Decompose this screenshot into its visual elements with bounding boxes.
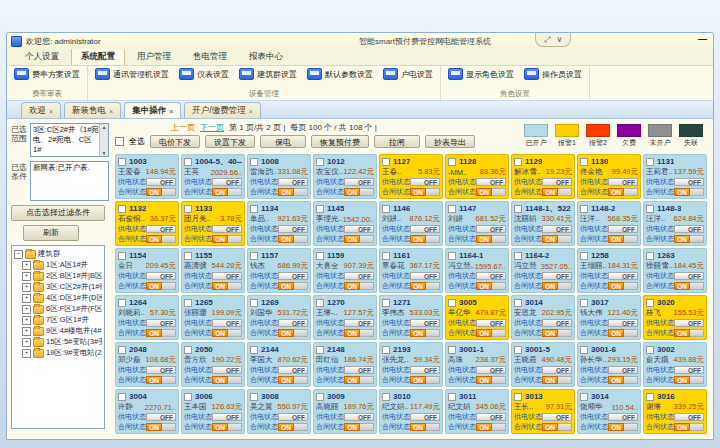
close-toggle[interactable]: ON — [146, 235, 176, 243]
close-toggle[interactable]: ON — [608, 235, 638, 243]
supply-toggle[interactable]: OFF — [278, 319, 308, 327]
close-toggle[interactable]: ON — [476, 188, 506, 196]
toolbar-button-0[interactable]: 电价下发 — [150, 135, 200, 148]
supply-toggle[interactable]: OFF — [212, 178, 242, 186]
supply-toggle[interactable]: OFF — [674, 272, 704, 280]
room-card[interactable]: 2048郑少磊108.68元供电状态OFF合闸状态ON — [115, 342, 179, 387]
room-checkbox[interactable] — [646, 158, 654, 166]
close-toggle[interactable]: ON — [344, 329, 374, 337]
room-card[interactable]: 3016谢琳339.25元供电状态OFF合闸状态ON — [643, 389, 707, 434]
close-toggle[interactable]: ON — [410, 376, 440, 384]
supply-toggle[interactable]: OFF — [146, 319, 176, 327]
room-card[interactable]: 1148-3汪洋..624.84元供电状态OFF合闸状态ON — [643, 201, 707, 246]
tab-3[interactable]: 开户/缴费管理× — [184, 102, 260, 118]
room-checkbox[interactable] — [250, 205, 258, 213]
supply-toggle[interactable]: OFF — [212, 319, 242, 327]
supply-toggle[interactable]: OFF — [344, 225, 374, 233]
next-page-link[interactable]: 下一页 — [200, 122, 224, 133]
close-toggle[interactable]: ON — [344, 235, 374, 243]
ribbon-button[interactable]: 显示角色设置 — [448, 68, 514, 80]
room-checkbox[interactable] — [580, 299, 588, 307]
supply-toggle[interactable]: OFF — [146, 366, 176, 374]
room-card[interactable]: 1154金日209.45元供电状态OFF合闸状态ON — [115, 248, 179, 293]
room-checkbox[interactable] — [448, 205, 456, 213]
supply-toggle[interactable]: OFF — [212, 366, 242, 374]
expand-icon[interactable]: + — [22, 305, 31, 314]
room-card[interactable]: 2144李国大870.62元供电状态OFF合闸状态ON — [247, 342, 311, 387]
collapse-icon[interactable]: − — [14, 250, 23, 259]
supply-toggle[interactable]: OFF — [674, 319, 704, 327]
room-card[interactable]: 1265张丽珊199.09元供电状态OFF合闸状态ON — [181, 295, 245, 340]
tab-0[interactable]: 欢迎× — [21, 102, 61, 118]
room-checkbox[interactable] — [580, 205, 588, 213]
supply-toggle[interactable]: OFF — [212, 272, 242, 280]
filter-button[interactable]: 点击选择过滤条件 — [11, 205, 105, 221]
close-toggle[interactable]: ON — [278, 188, 308, 196]
room-checkbox[interactable] — [514, 252, 522, 260]
close-toggle[interactable]: ON — [344, 282, 374, 290]
ribbon-button[interactable]: 建筑群设置 — [239, 68, 297, 80]
menu-item-4[interactable]: 报表中心 — [239, 48, 293, 65]
supply-toggle[interactable]: OFF — [410, 319, 440, 327]
close-toggle[interactable]: ON — [608, 376, 638, 384]
room-checkbox[interactable] — [514, 299, 522, 307]
room-card[interactable]: 1161覃春花367.17元供电状态OFF合闸状态ON — [379, 248, 443, 293]
room-checkbox[interactable] — [580, 252, 588, 260]
toolbar-button-2[interactable]: 保电 — [260, 135, 306, 148]
expand-icon[interactable]: + — [22, 272, 31, 281]
room-checkbox[interactable] — [514, 393, 522, 401]
close-toggle[interactable]: ON — [278, 329, 308, 337]
condition-box[interactable]: 新网表:已开户表. — [30, 161, 109, 201]
room-checkbox[interactable] — [646, 252, 654, 260]
expand-icon[interactable]: + — [22, 349, 31, 358]
room-checkbox[interactable] — [184, 299, 192, 307]
close-toggle[interactable]: ON — [410, 423, 440, 431]
supply-toggle[interactable]: OFF — [476, 366, 506, 374]
room-checkbox[interactable] — [184, 158, 192, 166]
room-checkbox[interactable] — [118, 252, 126, 260]
supply-toggle[interactable]: OFF — [608, 225, 638, 233]
room-card[interactable]: 1145李理光..1542.00..供电状态OFF合闸状态ON — [313, 201, 377, 246]
close-toggle[interactable]: ON — [542, 282, 572, 290]
room-checkbox[interactable] — [382, 205, 390, 213]
room-checkbox[interactable] — [184, 346, 192, 354]
ribbon-button[interactable]: 费率方案设置 — [14, 68, 80, 80]
room-card[interactable]: 1147刘姘681.52元供电状态OFF合闸状态ON — [445, 201, 509, 246]
supply-toggle[interactable]: OFF — [344, 366, 374, 374]
ribbon-button[interactable]: 通讯管理机设置 — [95, 68, 169, 80]
toolbar-button-3[interactable]: 恢复预付费 — [311, 135, 369, 148]
supply-toggle[interactable]: OFF — [410, 272, 440, 280]
room-card[interactable]: 1003王爱春148.94元供电状态OFF合闸状态ON — [115, 154, 179, 199]
menu-item-3[interactable]: 售电管理 — [183, 48, 237, 65]
menu-item-2[interactable]: 用户管理 — [127, 48, 181, 65]
supply-toggle[interactable]: OFF — [542, 178, 572, 186]
close-toggle[interactable]: ON — [542, 376, 572, 384]
room-checkbox[interactable] — [250, 393, 258, 401]
room-checkbox[interactable] — [448, 346, 456, 354]
close-toggle[interactable]: ON — [212, 188, 242, 196]
tree-item-4[interactable]: +6区:F区1#井(F区1#... — [22, 304, 102, 314]
supply-toggle[interactable]: OFF — [410, 366, 440, 374]
close-toggle[interactable]: ON — [674, 376, 704, 384]
room-checkbox[interactable] — [118, 158, 126, 166]
ribbon-button[interactable]: 默认参数设置 — [307, 68, 373, 80]
room-checkbox[interactable] — [382, 158, 390, 166]
room-checkbox[interactable] — [316, 205, 324, 213]
room-card[interactable]: 1148-1、522沈丽娟330.41元供电状态OFF合闸状态ON — [511, 201, 575, 246]
room-card[interactable]: 1164-1冯立慧..1595.67..供电状态OFF合闸状态ON — [445, 248, 509, 293]
range-scrollbar[interactable]: ▲▼ — [99, 124, 108, 156]
supply-toggle[interactable]: OFF — [278, 366, 308, 374]
close-toggle[interactable]: ON — [212, 376, 242, 384]
close-toggle[interactable]: ON — [278, 423, 308, 431]
room-card[interactable]: 3009高晓丽189.76元供电状态OFF合闸状态ON — [313, 389, 377, 434]
close-toggle[interactable]: ON — [476, 282, 506, 290]
resize-icon[interactable]: ⤢ — [544, 35, 550, 45]
supply-toggle[interactable]: OFF — [278, 272, 308, 280]
close-toggle[interactable]: ON — [344, 423, 374, 431]
close-toggle[interactable]: ON — [542, 329, 572, 337]
supply-toggle[interactable]: OFF — [278, 178, 308, 186]
ribbon-button[interactable]: 户电设置 — [383, 68, 433, 80]
close-toggle[interactable]: ON — [212, 329, 242, 337]
chevron-down-icon[interactable]: ∨ — [556, 35, 562, 44]
close-toggle[interactable]: ON — [608, 282, 638, 290]
